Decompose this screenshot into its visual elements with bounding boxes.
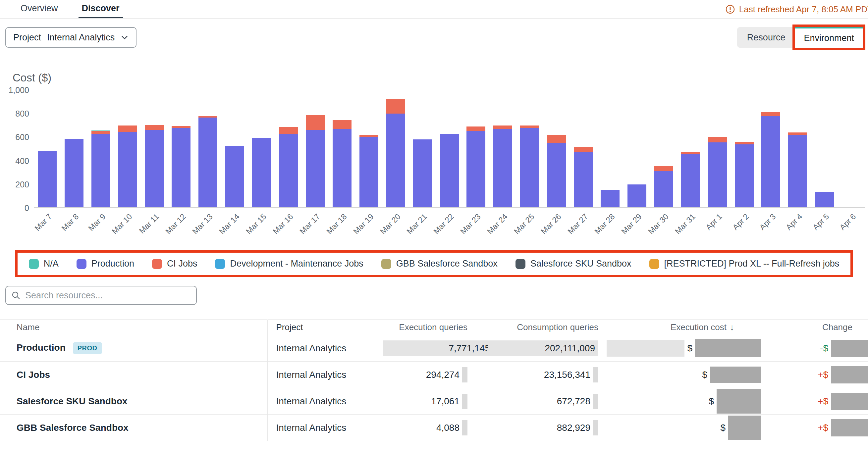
column-header-consumption-queries[interactable]: Consumption queries bbox=[469, 320, 600, 335]
bar-segment-ci-jobs[interactable] bbox=[145, 125, 164, 130]
bar-segment-ci-jobs[interactable] bbox=[788, 132, 807, 135]
bar-segment-ci-jobs[interactable] bbox=[761, 112, 780, 116]
bar-segment-production[interactable] bbox=[654, 171, 673, 207]
bar-segment-production[interactable] bbox=[493, 129, 512, 207]
bar-segment-ci-jobs[interactable] bbox=[91, 131, 110, 134]
bar-mar-15[interactable] bbox=[252, 138, 271, 207]
bar-mar-23[interactable] bbox=[466, 127, 485, 207]
bar-segment-ci-jobs[interactable] bbox=[735, 142, 754, 144]
bar-segment-production[interactable] bbox=[172, 128, 190, 207]
bar-segment-production[interactable] bbox=[547, 143, 566, 207]
bar-segment-ci-jobs[interactable] bbox=[493, 126, 512, 129]
bar-mar-21[interactable] bbox=[413, 139, 432, 207]
bar-segment-ci-jobs[interactable] bbox=[547, 135, 566, 143]
bar-segment-production[interactable] bbox=[333, 129, 351, 207]
name-cell[interactable]: Salesforce SKU Sandbox bbox=[0, 388, 267, 415]
bar-segment-production[interactable] bbox=[627, 185, 646, 207]
legend-item[interactable]: Development - Maintenance Jobs bbox=[215, 259, 363, 269]
bar-segment-production[interactable] bbox=[279, 134, 298, 207]
column-header-execution-queries[interactable]: Execution queries bbox=[383, 320, 469, 335]
column-header-name[interactable]: Name bbox=[0, 320, 267, 335]
bar-segment-production[interactable] bbox=[520, 128, 539, 207]
sort-desc-icon[interactable]: ↓ bbox=[730, 322, 734, 332]
bar-mar-26[interactable] bbox=[547, 135, 566, 207]
bar-segment-ci-jobs[interactable] bbox=[520, 126, 539, 128]
bar-mar-18[interactable] bbox=[333, 120, 351, 207]
name-cell[interactable]: GBB Salesforce Sandbox bbox=[0, 415, 267, 441]
bar-segment-ci-jobs[interactable] bbox=[118, 126, 137, 132]
bar-apr-1[interactable] bbox=[708, 137, 727, 207]
tab-discover[interactable]: Discover bbox=[79, 0, 123, 18]
tab-overview[interactable]: Overview bbox=[17, 0, 61, 18]
bar-mar-29[interactable] bbox=[627, 185, 646, 207]
table-row[interactable]: ProductionPRODInternal Analytics7,771,14… bbox=[0, 335, 868, 362]
column-header-project[interactable]: Project bbox=[267, 320, 383, 335]
bar-segment-production[interactable] bbox=[788, 135, 807, 207]
bar-mar-17[interactable] bbox=[306, 115, 325, 207]
bar-segment-production[interactable] bbox=[440, 134, 459, 207]
bar-segment-production[interactable] bbox=[466, 131, 485, 207]
bar-mar-11[interactable] bbox=[145, 125, 164, 207]
bar-segment-ci-jobs[interactable] bbox=[279, 127, 298, 134]
name-cell[interactable]: ProductionPROD bbox=[0, 335, 267, 362]
bar-mar-13[interactable] bbox=[198, 116, 217, 207]
bar-segment-ci-jobs[interactable] bbox=[466, 127, 485, 130]
bar-segment-ci-jobs[interactable] bbox=[306, 115, 325, 130]
table-row[interactable]: CI JobsInternal Analytics294,27423,156,3… bbox=[0, 362, 868, 388]
bar-segment-production[interactable] bbox=[413, 139, 432, 207]
bar-apr-4[interactable] bbox=[788, 132, 807, 207]
legend-item[interactable]: Production bbox=[76, 259, 134, 269]
bar-segment-ci-jobs[interactable] bbox=[574, 147, 593, 152]
bar-mar-14[interactable] bbox=[225, 146, 244, 207]
bar-apr-2[interactable] bbox=[735, 142, 754, 207]
legend-item[interactable]: N/A bbox=[29, 259, 59, 269]
bar-segment-production[interactable] bbox=[708, 142, 727, 207]
bar-segment-ci-jobs[interactable] bbox=[333, 120, 351, 129]
bar-mar-8[interactable] bbox=[65, 139, 84, 207]
table-row[interactable]: Salesforce SKU SandboxInternal Analytics… bbox=[0, 388, 868, 415]
project-filter-dropdown[interactable]: Project Internal Analytics bbox=[5, 27, 136, 48]
bar-segment-production[interactable] bbox=[681, 154, 700, 207]
bar-segment-production[interactable] bbox=[386, 114, 405, 207]
bar-segment-ci-jobs[interactable] bbox=[654, 166, 673, 170]
legend-item[interactable]: GBB Salesforce Sandbox bbox=[381, 259, 498, 269]
environment-button[interactable]: Environment bbox=[795, 27, 863, 48]
bar-segment-production[interactable] bbox=[225, 146, 244, 207]
bar-mar-27[interactable] bbox=[574, 147, 593, 207]
bar-segment-ci-jobs[interactable] bbox=[386, 99, 405, 114]
bar-segment-production[interactable] bbox=[145, 130, 164, 207]
bar-segment-production[interactable] bbox=[601, 190, 620, 207]
bar-mar-30[interactable] bbox=[654, 166, 673, 207]
bar-segment-production[interactable] bbox=[118, 132, 137, 207]
bar-mar-31[interactable] bbox=[681, 152, 700, 207]
bar-mar-28[interactable] bbox=[601, 190, 620, 207]
bar-apr-5[interactable] bbox=[815, 192, 834, 207]
bar-segment-production[interactable] bbox=[38, 151, 57, 207]
column-header-execution-cost[interactable]: Execution cost↓ bbox=[600, 320, 763, 335]
bar-segment-production[interactable] bbox=[65, 139, 84, 207]
column-header-change[interactable]: Change bbox=[763, 320, 868, 335]
bar-segment-production[interactable] bbox=[574, 152, 593, 207]
bar-segment-production[interactable] bbox=[360, 137, 378, 207]
bar-apr-3[interactable] bbox=[761, 112, 780, 207]
legend-item[interactable]: Salesforce SKU Sandbox bbox=[516, 259, 631, 269]
table-row[interactable]: GBB Salesforce SandboxInternal Analytics… bbox=[0, 415, 868, 441]
bar-mar-22[interactable] bbox=[440, 134, 459, 207]
search-input[interactable] bbox=[25, 290, 191, 301]
bar-segment-ci-jobs[interactable] bbox=[172, 126, 190, 128]
bar-mar-19[interactable] bbox=[360, 135, 378, 207]
bar-mar-24[interactable] bbox=[493, 126, 512, 207]
bar-segment-production[interactable] bbox=[815, 192, 834, 207]
bar-segment-production[interactable] bbox=[761, 116, 780, 207]
bar-segment-production[interactable] bbox=[252, 138, 271, 207]
bar-segment-production[interactable] bbox=[198, 118, 217, 207]
bar-mar-9[interactable] bbox=[91, 130, 110, 207]
bar-mar-7[interactable] bbox=[38, 151, 57, 207]
bar-mar-12[interactable] bbox=[172, 126, 190, 207]
bar-segment-ci-jobs[interactable] bbox=[708, 137, 727, 142]
bar-mar-10[interactable] bbox=[118, 126, 137, 207]
bar-segment-ci-jobs[interactable] bbox=[360, 135, 378, 137]
bar-segment-production[interactable] bbox=[735, 144, 754, 207]
bar-segment-production[interactable] bbox=[306, 130, 325, 207]
bar-segment-production[interactable] bbox=[91, 134, 110, 207]
